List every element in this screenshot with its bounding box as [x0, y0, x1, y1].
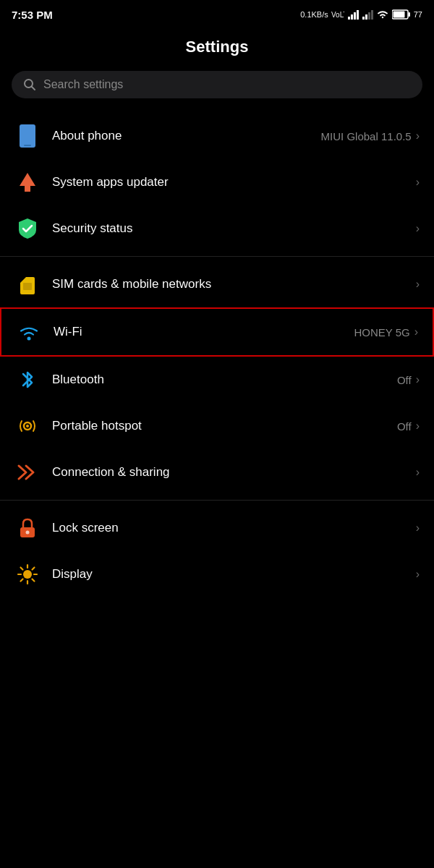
settings-list: About phone MIUI Global 11.0.5 › System … [0, 113, 434, 597]
display-chevron: › [416, 568, 420, 581]
system-apps-item[interactable]: System apps updater › [0, 159, 434, 205]
about-phone-item[interactable]: About phone MIUI Global 11.0.5 › [0, 113, 434, 159]
battery-percent: 77 [414, 10, 422, 19]
svg-rect-20 [23, 283, 32, 290]
page-title: Settings [186, 38, 249, 56]
section-2: SIM cards & mobile networks › Wi-Fi HONE… [0, 261, 434, 495]
svg-marker-16 [20, 173, 35, 186]
svg-line-34 [21, 579, 23, 582]
svg-rect-11 [393, 12, 404, 18]
svg-point-21 [27, 337, 31, 341]
network-type-icon: VoLTE [331, 9, 344, 20]
lock-screen-item[interactable]: Lock screen › [0, 505, 434, 551]
signal-bars-1-icon [347, 9, 359, 20]
svg-rect-10 [408, 12, 410, 17]
hotspot-chevron: › [416, 420, 420, 433]
svg-text:VoLTE: VoLTE [331, 11, 344, 19]
display-label: Display [52, 567, 412, 582]
svg-point-23 [26, 425, 29, 427]
svg-rect-2 [351, 14, 353, 20]
display-icon [14, 561, 41, 587]
lock-screen-chevron: › [416, 522, 420, 535]
sim-cards-chevron: › [416, 278, 420, 291]
security-status-chevron: › [416, 222, 420, 235]
sim-cards-label: SIM cards & mobile networks [52, 277, 412, 292]
network-speed: 0.1KB/s [300, 10, 328, 19]
search-icon [23, 78, 36, 91]
about-phone-chevron: › [416, 129, 420, 142]
svg-rect-5 [362, 17, 365, 20]
hotspot-value: Off [397, 420, 412, 433]
svg-rect-14 [20, 124, 35, 148]
svg-rect-15 [24, 145, 31, 146]
svg-point-25 [26, 531, 30, 535]
lock-icon [14, 515, 41, 541]
status-bar: 7:53 PM 0.1KB/s VoLTE [0, 0, 434, 26]
search-container: Search settings [0, 71, 434, 113]
hotspot-label: Portable hotspot [52, 419, 397, 433]
hotspot-icon [14, 413, 41, 439]
wifi-chevron: › [414, 326, 418, 339]
svg-line-33 [33, 568, 35, 570]
bluetooth-icon [14, 367, 41, 393]
wifi-item[interactable]: Wi-Fi HONEY 5G › [0, 307, 434, 357]
arrow-up-icon [14, 169, 41, 195]
bluetooth-item[interactable]: Bluetooth Off › [0, 357, 434, 403]
svg-rect-1 [348, 17, 350, 20]
bluetooth-value: Off [397, 374, 412, 386]
hotspot-item[interactable]: Portable hotspot Off › [0, 403, 434, 449]
signal-bars-2-icon [362, 9, 373, 20]
svg-line-32 [33, 579, 35, 582]
svg-rect-7 [368, 12, 370, 20]
section-1: About phone MIUI Global 11.0.5 › System … [0, 113, 434, 252]
system-apps-label: System apps updater [52, 175, 412, 190]
lock-screen-label: Lock screen [52, 521, 412, 535]
phone-icon [14, 123, 41, 149]
search-bar[interactable]: Search settings [12, 71, 422, 98]
svg-rect-6 [365, 14, 367, 20]
divider-2 [0, 500, 434, 501]
svg-rect-4 [357, 10, 359, 20]
connection-label: Connection & sharing [52, 465, 412, 480]
bluetooth-label: Bluetooth [52, 373, 397, 387]
shield-icon [14, 216, 41, 242]
page-header: Settings [0, 26, 434, 71]
svg-point-26 [23, 570, 32, 579]
connection-icon [14, 459, 41, 485]
svg-rect-3 [354, 12, 356, 20]
wifi-icon [16, 319, 42, 345]
divider-1 [0, 256, 434, 257]
section-3: Lock screen › Display [0, 505, 434, 597]
sim-cards-item[interactable]: SIM cards & mobile networks › [0, 261, 434, 307]
bluetooth-chevron: › [416, 373, 420, 386]
search-placeholder: Search settings [43, 78, 123, 91]
connection-item[interactable]: Connection & sharing › [0, 449, 434, 495]
display-item[interactable]: Display › [0, 551, 434, 597]
svg-line-13 [32, 87, 35, 90]
svg-rect-8 [371, 10, 373, 20]
security-status-label: Security status [52, 221, 412, 236]
about-phone-label: About phone [52, 129, 321, 143]
svg-line-31 [21, 568, 23, 570]
sim-icon [14, 271, 41, 297]
svg-rect-17 [25, 186, 30, 192]
status-icons: 0.1KB/s VoLTE [300, 9, 422, 20]
system-apps-chevron: › [416, 176, 420, 189]
status-time: 7:53 PM [12, 9, 53, 21]
wifi-status-icon [376, 9, 389, 20]
security-status-item[interactable]: Security status › [0, 205, 434, 252]
wifi-label: Wi-Fi [54, 325, 354, 339]
wifi-value: HONEY 5G [354, 326, 409, 339]
about-phone-value: MIUI Global 11.0.5 [321, 130, 412, 142]
connection-chevron: › [416, 466, 420, 479]
battery-icon [392, 9, 411, 20]
